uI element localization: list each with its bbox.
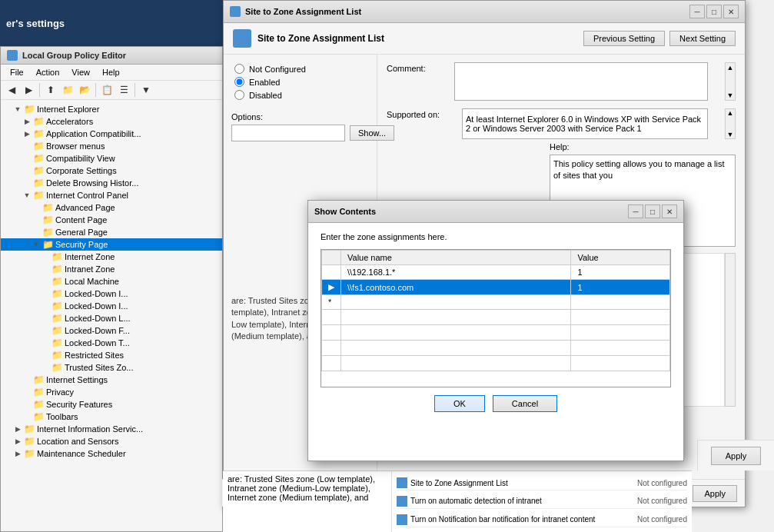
gpe-window: Local Group Policy Editor File Action Vi… (0, 46, 223, 532)
show-cancel-button[interactable]: Cancel (493, 395, 557, 412)
tree-item-trustedsites[interactable]: 📁 Trusted Sites Zo... (1, 361, 222, 374)
supported-scrollbar[interactable]: ▲ ▼ (725, 108, 736, 139)
radio-enabled[interactable] (234, 77, 244, 87)
win-ctrl-close[interactable]: ✕ (723, 5, 739, 18)
menu-help[interactable]: Help (96, 66, 126, 78)
row3-value[interactable] (571, 295, 670, 310)
menu-view[interactable]: View (65, 66, 96, 78)
tree-label-appcompat: Application Compatibilit... (46, 129, 141, 138)
stzal-titlebar: Site to Zone Assignment List ─ □ ✕ (224, 1, 745, 23)
show-win-maximize[interactable]: □ (645, 204, 660, 218)
table-row-empty2[interactable] (322, 325, 670, 341)
show-win-minimize[interactable]: ─ (628, 204, 643, 218)
radio-disabled-row[interactable]: Disabled (234, 90, 369, 100)
tree-item-browsermenus[interactable]: 📁 Browser menus (1, 140, 222, 152)
win-ctrl-maximize[interactable]: □ (706, 5, 722, 18)
gpe-toolbar: ◀ ▶ ⬆ 📁 📂 📋 ☰ ▼ (1, 81, 222, 100)
table-row-empty3[interactable] (322, 341, 670, 356)
comment-textarea[interactable] (454, 62, 708, 101)
toolbar-up[interactable]: ⬆ (43, 82, 58, 98)
expander-appcompat[interactable]: ▶ (22, 129, 32, 138)
folder-icon-location: 📁 (24, 436, 35, 447)
row1-name[interactable]: \\192.168.1.* (341, 265, 571, 280)
toolbar-forward[interactable]: ▶ (21, 82, 36, 98)
expander-icp[interactable]: ▼ (22, 191, 32, 200)
tree-item-corpsettings[interactable]: 📁 Corporate Settings (1, 165, 222, 177)
expander-maintenance[interactable]: ▶ (13, 449, 22, 458)
tree-item-intranetzone[interactable]: 📁 Intranet Zone (1, 263, 222, 275)
row2-value[interactable]: 1 (571, 280, 670, 295)
expander-acc[interactable]: ▶ (22, 117, 32, 126)
tree-item-generalpage[interactable]: 📁 General Page (1, 226, 222, 238)
tree-item-compatview[interactable]: 📁 Compatibility View (1, 152, 222, 165)
tree-item-appcompat[interactable]: ▶ 📁 Application Compatibilit... (1, 128, 222, 140)
tree-item-secfeatures[interactable]: 📁 Security Features (1, 398, 222, 411)
main-apply-button[interactable]: Apply (711, 447, 762, 465)
table-row-1[interactable]: \\192.168.1.* 1 (322, 265, 670, 280)
tree-item-localmachine[interactable]: 📁 Local Machine (1, 275, 222, 288)
expander-locked5 (41, 338, 50, 347)
comment-scrollbar[interactable]: ▲ ▼ (725, 62, 736, 101)
tree-item-privacy[interactable]: 📁 Privacy (1, 386, 222, 398)
desc-scrollbar[interactable] (725, 253, 736, 407)
previous-setting-button[interactable]: Previous Setting (583, 31, 665, 46)
policy-row-3[interactable]: Turn on Notification bar notification fo… (397, 513, 687, 527)
tree-item-locked5[interactable]: 📁 Locked-Down T... (1, 337, 222, 349)
stzal-title-icon (230, 6, 241, 17)
table-row-2[interactable]: ▶ \\fs1.contoso.com 1 (322, 280, 670, 295)
radio-not-configured[interactable] (234, 64, 244, 74)
tree-item-contentpage[interactable]: 📁 Content Page (1, 214, 222, 226)
tree-item-location[interactable]: ▶ 📁 Location and Sensors (1, 435, 222, 447)
tree-item-advpage[interactable]: 📁 Advanced Page (1, 201, 222, 214)
expander-location[interactable]: ▶ (13, 437, 22, 446)
show-win-close[interactable]: ✕ (662, 204, 677, 218)
tree-item-internetsettings[interactable]: 📁 Internet Settings (1, 374, 222, 386)
toolbar-folder[interactable]: 📁 (60, 82, 75, 98)
row3-name[interactable] (341, 295, 571, 310)
tree-item-internetzone[interactable]: 📁 Internet Zone (1, 251, 222, 263)
expander-iis[interactable]: ▶ (13, 424, 22, 434)
toolbar-filter[interactable]: ▼ (138, 82, 154, 98)
radio-disabled[interactable] (234, 90, 244, 100)
next-setting-button[interactable]: Next Setting (669, 31, 736, 46)
radio-not-configured-row[interactable]: Not Configured (234, 64, 369, 74)
table-row-3[interactable]: * (322, 295, 670, 310)
row1-value[interactable]: 1 (571, 265, 670, 280)
show-ok-button[interactable]: OK (434, 395, 485, 412)
tree-item-restrictedsites[interactable]: 📁 Restricted Sites (1, 349, 222, 361)
tree-item-maintenance[interactable]: ▶ 📁 Maintenance Scheduler (1, 447, 222, 460)
toolbar-view[interactable]: ☰ (116, 82, 131, 98)
policy-row-1[interactable]: Site to Zone Assignment List Not configu… (397, 476, 687, 490)
table-row-empty1[interactable] (322, 310, 670, 325)
tree-item-acc[interactable]: ▶ 📁 Accelerators (1, 115, 222, 128)
tree-item-locked2[interactable]: 📁 Locked-Down I... (1, 300, 222, 312)
expander-securitypage[interactable]: ▼ (32, 240, 41, 249)
tree-item-toolbars[interactable]: 📁 Toolbars (1, 411, 222, 423)
table-row-empty4[interactable] (322, 356, 670, 371)
tree-item-locked1[interactable]: 📁 Locked-Down I... (1, 288, 222, 300)
folder-icon-securitypage: 📁 (42, 239, 54, 250)
menu-file[interactable]: File (4, 66, 30, 78)
row2-name[interactable]: \\fs1.contoso.com (341, 280, 571, 295)
expander-ie[interactable]: ▼ (13, 105, 22, 114)
policy-row-2[interactable]: Turn on automatic detection of intranet … (397, 494, 687, 509)
radio-enabled-row[interactable]: Enabled (234, 77, 369, 87)
tree-item-locked3[interactable]: 📁 Locked-Down L... (1, 312, 222, 324)
tree-item-delbrowse[interactable]: 📁 Delete Browsing Histor... (1, 177, 222, 189)
options-input[interactable] (231, 125, 345, 141)
toolbar-back[interactable]: ◀ (4, 82, 19, 98)
apply-button[interactable]: Apply (693, 485, 737, 502)
tree-item-icp[interactable]: ▼ 📁 Internet Control Panel (1, 189, 222, 201)
tree-label-internetzone: Internet Zone (65, 252, 115, 261)
expander-generalpage (32, 228, 41, 237)
toolbar-folder2[interactable]: 📂 (77, 82, 92, 98)
tree-item-securitypage[interactable]: ▼ 📁 Security Page (1, 238, 222, 251)
tree-item-ie[interactable]: ▼ 📁 Internet Explorer (1, 103, 222, 115)
menu-action[interactable]: Action (30, 66, 66, 78)
tree-item-iis[interactable]: ▶ 📁 Internet Information Servic... (1, 423, 222, 435)
win-ctrl-minimize[interactable]: ─ (689, 5, 705, 18)
toolbar-properties[interactable]: 📋 (99, 82, 115, 98)
expander-locked1 (41, 289, 50, 298)
tree-item-locked4[interactable]: 📁 Locked-Down F... (1, 324, 222, 337)
show-table-container[interactable]: Value name Value \\192.168.1.* 1 ▶ \\fs1… (321, 249, 671, 387)
